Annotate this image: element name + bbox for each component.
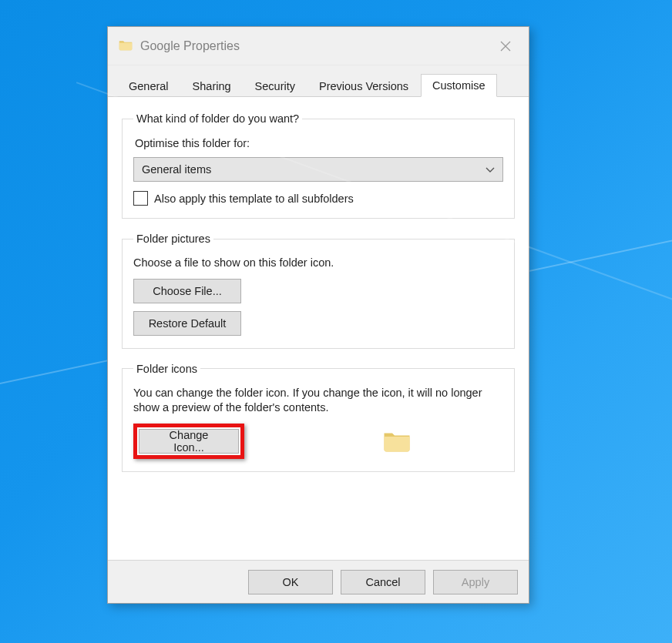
properties-dialog: Google Properties General Sharing Securi… <box>107 26 529 604</box>
chevron-down-icon <box>486 163 495 176</box>
tab-sharing[interactable]: Sharing <box>181 75 243 97</box>
change-icon-button[interactable]: Change Icon... <box>139 429 239 454</box>
tab-security[interactable]: Security <box>244 75 307 97</box>
folder-icons-desc: You can change the folder icon. If you c… <box>133 386 503 416</box>
optimise-select[interactable]: General items <box>133 157 503 182</box>
titlebar: Google Properties <box>108 27 529 65</box>
group-folder-kind-legend: What kind of folder do you want? <box>133 112 302 125</box>
tab-strip: General Sharing Security Previous Versio… <box>108 65 529 97</box>
apply-button[interactable]: Apply <box>433 570 518 594</box>
cancel-button[interactable]: Cancel <box>341 570 425 594</box>
apply-subfolders-row: Also apply this template to all subfolde… <box>133 191 503 206</box>
close-button[interactable] <box>489 31 522 62</box>
dialog-button-bar: OK Cancel Apply <box>108 560 529 603</box>
change-icon-highlight: Change Icon... <box>133 424 244 459</box>
group-folder-pictures-legend: Folder pictures <box>133 233 213 245</box>
folder-pictures-desc: Choose a file to show on this folder ico… <box>133 256 503 271</box>
group-folder-pictures: Folder pictures Choose a file to show on… <box>122 233 515 349</box>
apply-subfolders-label: Also apply this template to all subfolde… <box>154 193 354 205</box>
optimise-select-value: General items <box>142 163 211 176</box>
tab-general[interactable]: General <box>117 75 180 97</box>
tab-previous-versions[interactable]: Previous Versions <box>307 75 420 97</box>
choose-file-button[interactable]: Choose File... <box>133 279 241 303</box>
group-folder-kind: What kind of folder do you want? Optimis… <box>122 112 515 219</box>
close-icon <box>500 41 511 52</box>
folder-icon <box>119 39 133 53</box>
group-folder-icons: Folder icons You can change the folder i… <box>122 363 515 472</box>
ok-button[interactable]: OK <box>248 570 333 594</box>
group-folder-icons-legend: Folder icons <box>133 363 200 375</box>
window-title: Google Properties <box>140 39 489 53</box>
folder-icon-preview <box>383 430 411 453</box>
optimise-label: Optimise this folder for: <box>135 137 503 149</box>
apply-subfolders-checkbox[interactable] <box>133 191 148 206</box>
restore-default-button[interactable]: Restore Default <box>133 311 241 336</box>
tab-content-customise: What kind of folder do you want? Optimis… <box>108 97 529 560</box>
tab-customise[interactable]: Customise <box>421 74 497 97</box>
